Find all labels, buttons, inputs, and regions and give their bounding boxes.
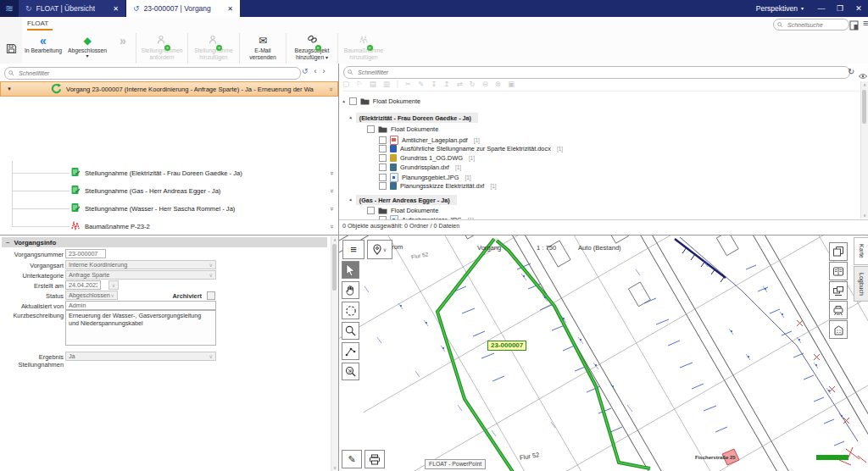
forward-icon[interactable]: › [323,67,326,75]
map-panel[interactable]: Strom Vorgang 1 : 750 Auto (Bestand) Flu… [339,235,868,471]
kurzbeschreibung-textarea[interactable]: Erneuerung der Wasser-, Gasversorgungsle… [65,310,216,346]
doc-filter-input[interactable] [356,69,846,76]
vorgangsart-select[interactable]: Interne Koordinierung∨ [65,260,216,269]
tree-filter[interactable] [4,67,301,80]
archiviert-checkbox[interactable] [207,291,215,300]
aktualisiert-von-input[interactable] [65,301,216,310]
doc-filter[interactable] [343,66,850,79]
select-tool-button[interactable] [342,261,359,279]
doc-file-row[interactable]: Amtlicher_Lageplan.pdf[1] [379,136,480,145]
checkbox[interactable] [367,125,375,133]
print-map-button[interactable] [364,450,385,468]
caret-expanded-icon[interactable]: ▸ [348,197,353,202]
zoom-selection-tool-button[interactable] [342,363,359,380]
expand-actions-icon[interactable]: » [327,224,335,228]
tree-filter-input[interactable] [17,69,297,77]
minimize-button[interactable]: — [812,0,831,17]
unterkategorie-select[interactable]: Anfrage Sparte∨ [65,270,216,280]
checkbox[interactable] [349,97,357,105]
restore-button[interactable]: ❐ [831,0,849,17]
viewports-button[interactable] [829,281,848,300]
scrollbar-thumb[interactable] [332,244,337,291]
zoom-tool-button[interactable] [342,322,359,340]
select-area-tool-button[interactable] [342,302,359,319]
doc-file-row[interactable]: Grundrissplan.dxf[1] [379,163,461,171]
map-tab-karte[interactable]: Karte [854,237,868,265]
collapse-icon[interactable]: − [6,239,10,247]
perspectives-menu[interactable]: Perspektiven ▾ [748,4,812,13]
back-icon[interactable]: ‹ [314,67,317,75]
map-menu-button[interactable]: ≡ [342,240,364,259]
panel-layout-icon[interactable] [849,19,859,34]
checkbox[interactable] [379,163,387,171]
doc-group-header[interactable]: ▸ (Elektrizität - Frau Doreen Gaedke - J… [350,113,478,123]
checkbox[interactable] [379,145,387,152]
scroll-down-icon[interactable]: ∨ [861,213,868,218]
doc-scrollbar[interactable]: ∧ ∨ [860,81,868,219]
close-button[interactable]: ✕ [849,0,868,17]
doc-file-row[interactable]: Planungsgebiet.JPG[1] [379,173,471,182]
close-tab-icon[interactable]: ✕ [227,5,233,13]
quick-search-input[interactable] [786,21,845,29]
buildings-button[interactable] [829,320,848,339]
pan-tool-button[interactable] [342,281,359,299]
checkbox[interactable] [379,154,387,162]
quick-search[interactable] [773,19,849,30]
erstellt-am-input[interactable] [65,280,101,290]
map-tab-logbuch[interactable]: Logbuch [854,266,868,302]
expand-actions-icon[interactable]: » [327,171,335,175]
caret-expanded-icon[interactable]: ▸ [342,98,347,103]
vorgangsnummer-input[interactable] [65,249,106,258]
tree-row-vorgang[interactable]: ▼ Vorgang 23-000007 (Interne Koordinieru… [0,81,338,97]
status-select[interactable]: Abgeschlossen∨ [65,291,118,300]
expand-actions-icon[interactable]: » [327,207,335,210]
scroll-up-icon[interactable]: ∧ [861,82,868,87]
tree-row-stellungnahme[interactable]: Stellungnahme (Wasser - Herr Sascha Romm… [0,201,338,216]
doc-file-row[interactable]: Planungsskizze Elektrizität.dxf[1] [379,182,497,190]
doc-root-row[interactable]: ▸ Float Dokumente [343,97,420,105]
expand-actions-icon[interactable]: » [327,189,335,192]
map-locate-button[interactable]: ∨ [367,240,392,259]
checkbox[interactable] [379,136,387,144]
layers-button[interactable] [829,242,848,261]
doc-folder-row[interactable]: Float Dokumente [367,207,438,214]
bezugsobjekt-hinzufuegen-button[interactable]: + Bezugsobjekt hinzufügen ▾ [286,33,337,64]
window-tab-uebersicht[interactable]: ↻ FLOAT | Übersicht ✕ [19,0,126,17]
upload-icon: ↥ [443,80,449,88]
info-scrollbar[interactable]: ∧ ∨ [331,236,338,471]
checkbox[interactable] [367,207,375,214]
date-dropdown-button[interactable]: ∨ [108,280,119,290]
caret-expanded-icon[interactable]: ▼ [7,86,12,91]
refresh-icon[interactable]: ↻ [848,67,854,76]
scrollbar-thumb[interactable] [862,90,866,124]
doc-file-row[interactable]: Ausführliche Stellungname zur Sparte Ele… [379,145,563,152]
vorgangsinfo-header[interactable]: − Vorgangsinfo [2,237,327,247]
ergebnis-select[interactable]: Ja∨ [65,352,216,361]
tree-row-stellungnahme[interactable]: Stellungnahme (Elektrizität - Frau Doree… [0,165,338,180]
legend-button[interactable] [829,262,848,280]
doc-file-row[interactable]: Grundriss 1_OG.DWG[1] [379,154,475,162]
caret-expanded-icon[interactable]: ▸ [348,115,353,120]
checkbox[interactable] [379,174,387,181]
scroll-up-icon[interactable]: ∧ [331,237,338,242]
plot-button[interactable] [829,301,848,319]
email-versenden-button[interactable]: ✉ E-Mail versenden [239,33,286,64]
edit-map-button[interactable]: ✎ [342,450,362,468]
close-tab-icon[interactable]: ✕ [113,5,119,13]
window-tab-vorgang[interactable]: ↺ 23-000007 | Vorgang ✕ [126,0,240,17]
save-button[interactable] [3,41,19,56]
case-map-label[interactable]: 23-000007 [487,341,526,351]
doc-folder-row[interactable]: Float Dokumente [367,125,438,133]
ribbon-tab-float[interactable]: FLOAT [27,19,48,27]
history-icon[interactable]: ↺ [302,67,309,75]
checkbox[interactable] [379,182,387,190]
menu-icon[interactable]: ≡ [863,18,868,28]
abgeschlossen-button[interactable]: ◆ Abgeschlossen ▾ [64,33,110,64]
in-bearbeitung-button[interactable]: « In Bearbeitung [22,33,64,64]
scroll-down-icon[interactable]: ∨ [331,465,338,470]
measure-tool-button[interactable] [342,342,359,360]
doc-group-header[interactable]: ▸ (Gas - Herr Andreas Egger - Ja) [350,195,457,205]
tree-row-stellungnahme[interactable]: Stellungnahme (Gas - Herr Andreas Egger … [0,183,338,198]
tree-row-baumassnahme[interactable]: Baumaßnahme P-23-2 » [0,219,338,234]
expand-actions-icon[interactable]: » [326,87,334,91]
